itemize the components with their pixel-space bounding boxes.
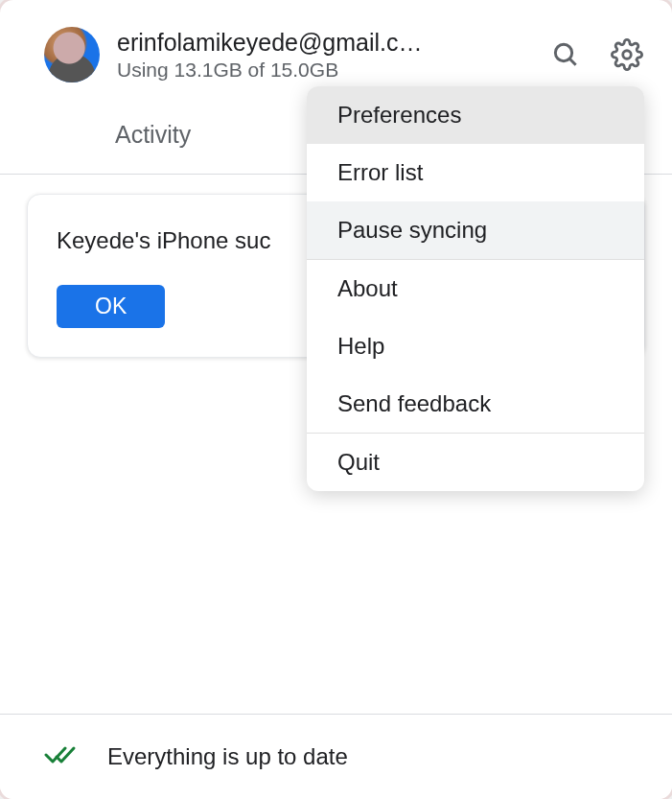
svg-point-2: [623, 51, 632, 59]
gear-icon[interactable]: [611, 38, 643, 71]
menu-about[interactable]: About: [307, 260, 644, 317]
menu-pause-syncing[interactable]: Pause syncing: [307, 201, 644, 259]
menu-send-feedback[interactable]: Send feedback: [307, 375, 644, 433]
header: erinfolamikeyede@gmail.c… Using 13.1GB o…: [0, 0, 672, 92]
status-text: Everything is up to date: [107, 743, 348, 770]
ok-button[interactable]: OK: [57, 285, 165, 328]
svg-point-0: [555, 44, 571, 60]
drive-window: erinfolamikeyede@gmail.c… Using 13.1GB o…: [0, 0, 672, 799]
menu-preferences[interactable]: Preferences: [307, 86, 644, 144]
check-icon: [44, 741, 79, 772]
menu-help[interactable]: Help: [307, 317, 644, 375]
tab-activity[interactable]: Activity: [115, 121, 191, 148]
footer: Everything is up to date: [0, 714, 672, 799]
menu-quit[interactable]: Quit: [307, 434, 644, 491]
account-info: erinfolamikeyede@gmail.c… Using 13.1GB o…: [117, 29, 526, 82]
avatar[interactable]: [44, 27, 100, 82]
menu-error-list[interactable]: Error list: [307, 144, 644, 201]
storage-text: Using 13.1GB of 15.0GB: [117, 59, 526, 82]
svg-line-1: [569, 59, 575, 64]
search-icon[interactable]: [549, 38, 582, 71]
settings-menu: Preferences Error list Pause syncing Abo…: [307, 86, 644, 491]
header-icons: [549, 38, 643, 71]
account-email: erinfolamikeyede@gmail.c…: [117, 29, 472, 57]
